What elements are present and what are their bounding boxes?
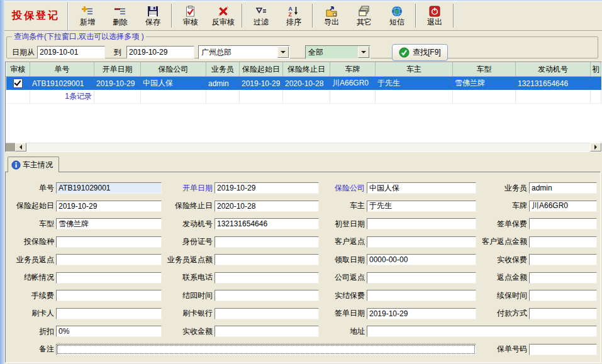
column-header[interactable]: 初 <box>591 63 601 77</box>
field-input-first_reg_date[interactable] <box>367 218 476 229</box>
field-input-address[interactable] <box>367 326 597 337</box>
field-input-card_user[interactable] <box>56 308 162 319</box>
column-header[interactable]: 审核 <box>6 63 30 77</box>
toolbar-button-save[interactable]: 保存 <box>137 2 169 30</box>
column-header[interactable]: 保险终止日 <box>283 63 330 77</box>
field-input-plate[interactable] <box>529 201 597 212</box>
field-input-received_premium[interactable] <box>529 254 597 265</box>
field-input-renewal_time[interactable] <box>529 290 597 301</box>
field-label-order_date: 开单日期 <box>164 183 213 194</box>
date-to-input[interactable] <box>126 46 194 58</box>
sort-az-icon: AZ <box>288 6 299 17</box>
field-input-start_date[interactable] <box>56 201 162 212</box>
field-label-remark: 备注 <box>8 344 54 355</box>
form-row: 车型发动机号初登日期签单保费 <box>8 215 597 233</box>
scrollbar-track[interactable] <box>26 143 590 152</box>
toolbar-separator <box>415 4 416 28</box>
field-input-salesman[interactable] <box>529 182 597 194</box>
field-input-pay_method[interactable] <box>529 308 597 319</box>
field-input-return_time[interactable] <box>215 290 319 301</box>
field-label-address: 地址 <box>321 326 365 337</box>
field-input-coverage[interactable] <box>56 236 162 248</box>
scope-selected-value: 全部 <box>306 47 357 58</box>
field-input-insurer[interactable] <box>367 182 476 194</box>
column-header[interactable]: 车主 <box>376 63 453 77</box>
scroll-right-button[interactable] <box>590 143 601 152</box>
horizontal-scrollbar[interactable] <box>6 143 601 152</box>
table-cell <box>6 90 30 104</box>
toolbar-button-unaudit[interactable]: 反审核 <box>207 2 240 30</box>
toolbar-buttons: 新增删除保存审核反审核过滤AZ排序导出其它短信退出 <box>71 2 456 30</box>
audit-checkbox[interactable] <box>13 79 23 88</box>
field-input-cust_rebate_amt[interactable] <box>529 236 597 248</box>
field-label-return_time: 结回时间 <box>164 290 213 301</box>
field-label-salesman: 业务员 <box>478 183 527 194</box>
field-label-engine_no: 发动机号 <box>164 219 213 229</box>
table-cell <box>240 90 283 104</box>
field-label-card_user: 刷卡人 <box>8 308 54 319</box>
toolbar-button-delete[interactable]: 删除 <box>104 2 137 30</box>
toolbar-button-new[interactable]: 新增 <box>71 2 104 30</box>
field-label-owner: 车主 <box>321 201 365 211</box>
branch-select[interactable]: 广州总部 <box>198 45 290 59</box>
toolbar-button-exit[interactable]: 退出 <box>418 2 451 30</box>
field-input-sales_rebate_amt[interactable] <box>215 254 319 265</box>
field-input-cust_rebate[interactable] <box>367 236 476 248</box>
field-input-owner[interactable] <box>367 201 476 212</box>
field-input-sign_premium[interactable] <box>529 218 597 229</box>
field-input-receive_date[interactable] <box>367 254 476 265</box>
field-input-fee[interactable] <box>56 290 162 301</box>
table-cell: 2019-10-29 <box>240 77 283 91</box>
chevron-down-icon[interactable] <box>358 47 369 58</box>
search-button[interactable]: 查找[F9] <box>392 44 448 61</box>
toolbar-button-sms[interactable]: 短信 <box>381 2 413 30</box>
tab-owner-info[interactable]: 车主情况 <box>8 157 59 172</box>
field-input-received_amt[interactable] <box>215 326 319 337</box>
field-input-policy_no[interactable] <box>529 344 597 355</box>
field-input-remark[interactable] <box>56 344 476 355</box>
toolbar-button-sort[interactable]: AZ排序 <box>277 2 310 30</box>
field-label-order_no: 单号 <box>8 183 54 194</box>
field-input-order_date[interactable] <box>215 182 319 194</box>
field-input-end_date[interactable] <box>215 201 319 212</box>
form-row: 结帐情况联系电话公司返点返点金额 <box>8 269 597 287</box>
field-input-sign_date[interactable] <box>367 308 476 319</box>
field-input-id_no[interactable] <box>215 236 319 248</box>
owner-detail-form: 单号开单日期保险公司业务员保险起始日保险终止日车主车牌车型发动机号初登日期签单保… <box>5 172 601 363</box>
field-input-engine_no[interactable] <box>215 218 319 229</box>
chevron-down-icon[interactable] <box>277 47 289 58</box>
insurance-registration-window: 投保登记 新增删除保存审核反审核过滤AZ排序导出其它短信退出 查询条件(下拉窗口… <box>0 0 602 364</box>
field-label-model: 车型 <box>8 219 54 229</box>
scroll-left-button[interactable] <box>15 143 26 152</box>
date-to-label: 到 <box>114 47 121 58</box>
column-header[interactable]: 业务员 <box>206 63 240 77</box>
field-label-received_amt: 实收金额 <box>164 326 213 337</box>
toolbar-button-audit[interactable]: 审核 <box>174 2 207 30</box>
field-input-rebate_amt[interactable] <box>529 272 597 284</box>
field-label-discount: 折扣 <box>8 326 54 337</box>
column-header[interactable]: 发动机号 <box>516 63 591 77</box>
column-header[interactable]: 开单日期 <box>94 63 141 77</box>
field-input-phone[interactable] <box>215 272 319 284</box>
column-header[interactable]: 保险起始日 <box>240 63 283 77</box>
column-header[interactable]: 车牌 <box>330 63 376 77</box>
field-input-order_no[interactable] <box>56 182 162 194</box>
field-input-company_rebate[interactable] <box>367 272 476 284</box>
column-header[interactable]: 车型 <box>453 63 516 77</box>
column-header[interactable]: 保险公司 <box>141 63 206 77</box>
table-cell <box>591 90 601 104</box>
column-header[interactable]: 单号 <box>30 63 94 77</box>
scope-select[interactable]: 全部 <box>305 45 371 59</box>
toolbar-button-other[interactable]: 其它 <box>348 2 381 30</box>
field-input-discount[interactable] <box>56 326 162 337</box>
field-label-settled_premium: 实结保费 <box>321 290 365 301</box>
date-from-input[interactable] <box>37 46 105 58</box>
toolbar-button-filter[interactable]: 过滤 <box>245 2 277 30</box>
field-input-settled_premium[interactable] <box>367 290 476 301</box>
table-row[interactable]: ATB1910290012019-10-29中国人保admin2019-10-2… <box>6 77 601 91</box>
field-input-card_bank[interactable] <box>215 308 319 319</box>
field-input-settle_status[interactable] <box>56 272 162 284</box>
field-input-model[interactable] <box>56 218 162 229</box>
field-input-sales_rebate[interactable] <box>56 254 162 265</box>
toolbar-button-export[interactable]: 导出 <box>315 2 348 30</box>
